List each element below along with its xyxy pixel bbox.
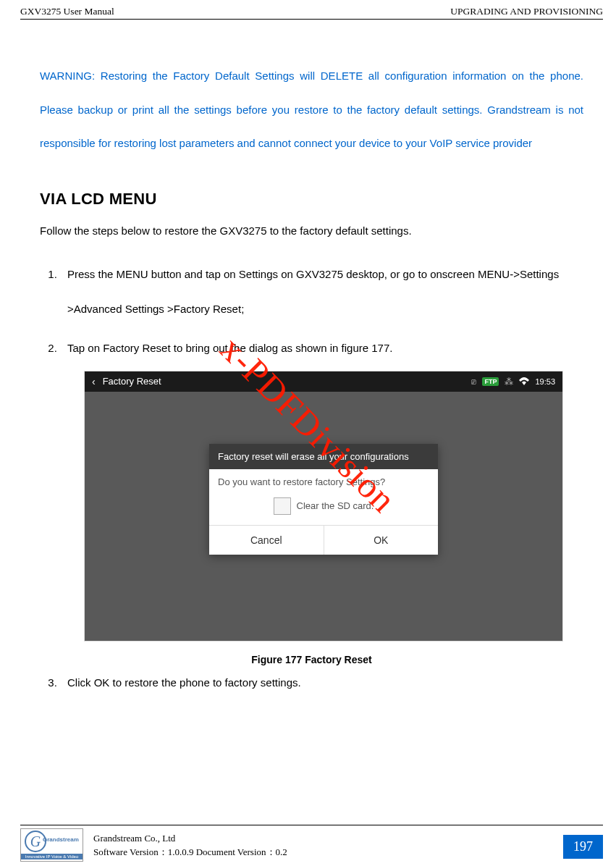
checkbox-label: Clear the SD card. [297,500,374,511]
figure-caption: Figure 177 Factory Reset [40,654,583,665]
logo-brand-text: Grandstream [43,836,79,843]
step-1: Press the MENU button and tap on Setting… [60,257,583,327]
clock-time: 19:53 [535,377,555,386]
ftp-badge: FTP [482,377,499,386]
screenshot-title: Factory Reset [103,376,472,387]
warning-text: WARNING: Restoring the Factory Default S… [40,59,583,161]
steps-list: Press the MENU button and tap on Setting… [60,257,583,357]
bluetooth-icon: ⁂ [505,377,513,387]
steps-list-cont: Click OK to restore the phone to factory… [60,674,583,691]
ok-button[interactable]: OK [324,526,439,555]
embedded-screenshot: ‹ Factory Reset ⎚ FTP ⁂ 19:53 Factory re… [85,371,562,641]
dialog-checkbox-row[interactable]: Clear the SD card. [209,493,438,525]
section-heading: VIA LCD MENU [40,190,583,209]
cancel-button[interactable]: Cancel [209,526,324,555]
step-3: Click OK to restore the phone to factory… [60,674,583,691]
page-footer: G Grandstream Innovative IP Voice & Vide… [0,825,616,866]
footer-version: Software Version：1.0.0.9 Document Versio… [93,845,563,859]
back-icon[interactable]: ‹ [92,376,96,387]
factory-reset-dialog: Factory reset will erase all your config… [209,444,438,555]
page-number: 197 [563,835,603,859]
dialog-title: Factory reset will erase all your config… [209,444,438,469]
checkbox-icon[interactable] [274,497,291,515]
footer-company: Grandstream Co., Ltd [93,831,563,846]
wifi-icon [519,377,529,385]
step-2: Tap on Factory Reset to bring out the di… [60,340,583,357]
doc-title-right: UPGRADING AND PROVISIONING [450,6,603,17]
screenshot-statusbar: ‹ Factory Reset ⎚ FTP ⁂ 19:53 [85,371,562,392]
hdmi-icon: ⎚ [471,377,476,386]
dialog-body: Do you want to restore factory Settings? [209,469,438,493]
brand-logo: G Grandstream Innovative IP Voice & Vide… [20,828,83,862]
intro-text: Follow the steps below to restore the GX… [40,224,583,237]
logo-tagline: Innovative IP Voice & Video [21,854,83,859]
doc-title-left: GXV3275 User Manual [20,6,114,17]
